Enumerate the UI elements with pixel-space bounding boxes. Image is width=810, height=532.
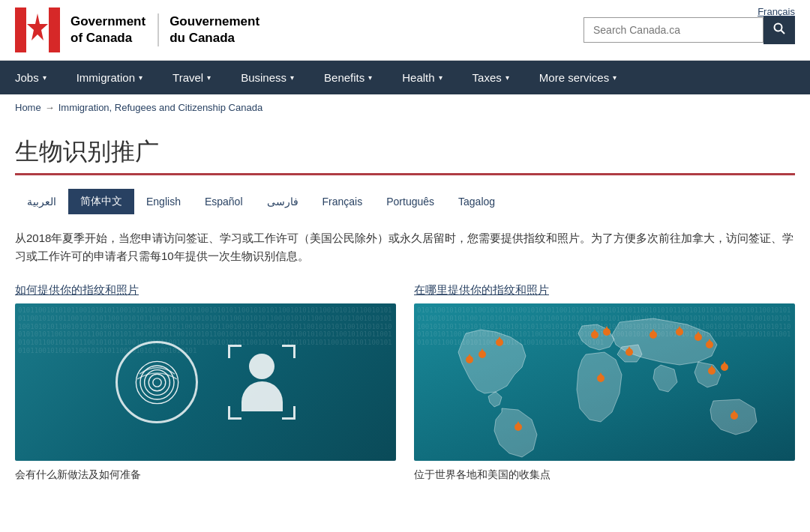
nav-item-business[interactable]: Business ▾: [226, 61, 309, 94]
lang-tab-tagalog[interactable]: Tagalog: [446, 190, 507, 214]
canada-flag-logo: [15, 7, 60, 52]
bracket-bl: [228, 406, 242, 420]
person-body: [242, 381, 283, 411]
bracket-tl: [228, 345, 242, 358]
chevron-down-icon: ▾: [368, 73, 372, 82]
header: Government of Canada Gouvernement du Can…: [0, 0, 810, 61]
fingerprint-svg: [129, 354, 185, 411]
bracket-br: [282, 406, 296, 420]
breadcrumb: Home → Immigration, Refugees and Citizen…: [0, 94, 810, 121]
cards-grid: 如何提供你的指纹和照片 0101100101010110010101011001…: [15, 283, 795, 482]
lang-tab-arabic[interactable]: العربية: [15, 190, 68, 214]
world-map-svg: [414, 303, 795, 461]
person-head: [249, 354, 274, 379]
gov-name-en: Government of Canada: [70, 13, 146, 46]
card-map-image: 0101100101010110010101011001010101100101…: [414, 303, 795, 461]
svg-rect-1: [15, 7, 26, 52]
card-map-link[interactable]: 在哪里提供你的指纹和照片: [414, 283, 795, 297]
page-description: 从2018年夏季开始，当您申请访问签证、学习或工作许可（美国公民除外）或永久居留…: [15, 229, 795, 265]
lang-tabs: العربية 简体中文 English Español فارسی Franç…: [15, 189, 795, 214]
nav-bar: Jobs ▾ Immigration ▾ Travel ▾ Business ▾…: [0, 61, 810, 94]
breadcrumb-arrow: →: [45, 102, 55, 113]
chevron-down-icon: ▾: [290, 73, 294, 82]
lang-tab-english[interactable]: English: [134, 190, 193, 214]
chevron-down-icon: ▾: [139, 73, 142, 82]
breadcrumb-section[interactable]: Immigration, Refugees and Citizenship Ca…: [58, 102, 262, 113]
card-biometric-link[interactable]: 如何提供你的指纹和照片: [15, 283, 396, 297]
chevron-down-icon: ▾: [613, 73, 616, 82]
chevron-down-icon: ▾: [506, 73, 509, 82]
lang-tab-spanish[interactable]: Español: [193, 190, 255, 214]
title-divider: [15, 173, 795, 175]
card-map-caption: 位于世界各地和美国的收集点: [414, 468, 795, 482]
logo-area: Government of Canada Gouvernement du Can…: [15, 7, 260, 52]
card-biometric-image: 0101100101010110010101011001010101100101…: [15, 303, 396, 461]
svg-point-10: [152, 378, 160, 386]
nav-item-health[interactable]: Health ▾: [387, 61, 457, 94]
nav-item-immigration[interactable]: Immigration ▾: [62, 61, 158, 94]
search-area: [584, 16, 795, 44]
search-button[interactable]: [764, 16, 795, 44]
map-pin: [721, 361, 728, 371]
card-biometric: 如何提供你的指纹和照片 0101100101010110010101011001…: [15, 283, 396, 482]
svg-line-5: [782, 31, 785, 34]
svg-rect-2: [49, 7, 60, 52]
bracket-tr: [282, 345, 296, 358]
lang-tab-portuguese[interactable]: Português: [374, 190, 446, 214]
francais-link[interactable]: Français: [758, 6, 795, 17]
chevron-down-icon: ▾: [43, 73, 46, 82]
nav-item-jobs[interactable]: Jobs ▾: [0, 61, 62, 94]
breadcrumb-home[interactable]: Home: [15, 102, 41, 113]
nav-item-benefits[interactable]: Benefits ▾: [309, 61, 387, 94]
card-biometric-caption: 会有什么新做法及如何准备: [15, 468, 396, 482]
lang-tab-chinese[interactable]: 简体中文: [68, 189, 134, 214]
person-icon: [242, 354, 283, 411]
chevron-down-icon: ▾: [207, 73, 211, 82]
binary-background: 0101100101010110010101011001010101100101…: [15, 303, 396, 461]
fingerprint-circle: [116, 341, 198, 423]
search-icon: [773, 22, 785, 34]
svg-point-9: [148, 374, 166, 391]
face-scan-box: [228, 345, 296, 420]
chevron-down-icon: ▾: [439, 73, 442, 82]
lang-tab-french[interactable]: Français: [310, 190, 375, 214]
nav-item-travel[interactable]: Travel ▾: [158, 61, 226, 94]
lang-tab-farsi[interactable]: فارسی: [255, 190, 310, 214]
main-content: 生物识别推广 العربية 简体中文 English Español فارس…: [0, 121, 810, 504]
nav-item-more-services[interactable]: More services ▾: [524, 61, 632, 94]
card-map: 在哪里提供你的指纹和照片 010110010101011001010101100…: [414, 283, 795, 482]
search-input[interactable]: [584, 17, 764, 43]
svg-point-4: [775, 24, 782, 31]
page-title: 生物识别推广: [15, 136, 795, 169]
gov-name-fr: Gouvernement du Canada: [158, 13, 260, 46]
nav-item-taxes[interactable]: Taxes ▾: [458, 61, 524, 94]
